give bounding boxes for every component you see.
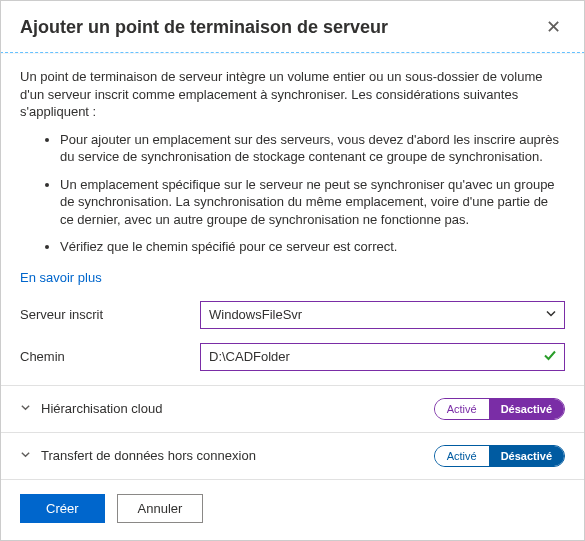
offline-transfer-expander[interactable]: Transfert de données hors connexion <box>20 448 256 463</box>
dialog-title: Ajouter un point de terminaison de serve… <box>20 17 388 38</box>
check-icon <box>543 348 557 365</box>
toggle-off[interactable]: Désactivé <box>489 446 564 466</box>
cloud-tiering-toggle[interactable]: Activé Désactivé <box>434 398 565 420</box>
intro-text: Un point de terminaison de serveur intèg… <box>20 68 565 121</box>
close-button[interactable]: ✕ <box>542 14 565 40</box>
cloud-tiering-title: Hiérarchisation cloud <box>41 401 162 416</box>
learn-more-link[interactable]: En savoir plus <box>20 270 102 285</box>
close-icon: ✕ <box>546 17 561 37</box>
cloud-tiering-expander[interactable]: Hiérarchisation cloud <box>20 401 162 416</box>
toggle-on[interactable]: Activé <box>435 399 489 419</box>
list-item: Pour ajouter un emplacement sur des serv… <box>60 131 565 166</box>
chevron-down-icon <box>20 402 31 416</box>
list-item: Vérifiez que le chemin spécifié pour ce … <box>60 238 565 256</box>
server-label: Serveur inscrit <box>20 307 200 322</box>
offline-transfer-title: Transfert de données hors connexion <box>41 448 256 463</box>
header-divider <box>0 52 585 54</box>
considerations-list: Pour ajouter un emplacement sur des serv… <box>20 131 565 256</box>
cancel-button[interactable]: Annuler <box>117 494 204 523</box>
chevron-down-icon <box>20 449 31 463</box>
list-item: Un emplacement spécifique sur le serveur… <box>60 176 565 229</box>
path-label: Chemin <box>20 349 200 364</box>
toggle-off[interactable]: Désactivé <box>489 399 564 419</box>
toggle-on[interactable]: Activé <box>435 446 489 466</box>
offline-transfer-toggle[interactable]: Activé Désactivé <box>434 445 565 467</box>
path-input[interactable] <box>200 343 565 371</box>
create-button[interactable]: Créer <box>20 494 105 523</box>
registered-server-select[interactable]: WindowsFileSvr <box>200 301 565 329</box>
